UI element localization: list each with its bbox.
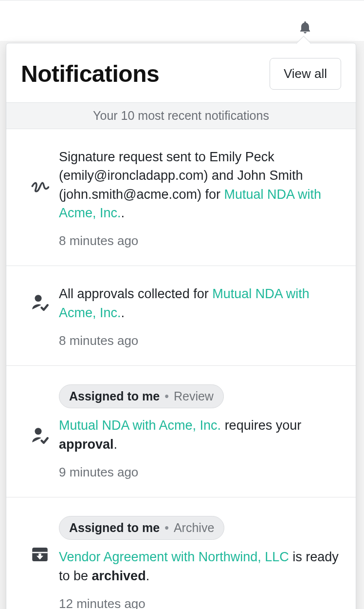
pill-stage: Review [174,388,214,405]
pill-assigned: Assigned to me [69,519,160,537]
notification-text-after: . [146,569,150,583]
notification-icon-col [21,285,59,313]
notifications-panel: Notifications View all Your 10 most rece… [6,43,356,609]
person-check-icon [30,292,50,313]
svg-rect-3 [32,552,48,553]
signature-icon [30,177,50,197]
notification-content: Signature request sent to Emily Peck (em… [59,148,341,250]
notification-text-after: . [121,206,125,220]
svg-point-1 [35,428,42,435]
notification-bold: archived [92,569,146,583]
notifications-bell-button[interactable] [296,18,314,37]
assignment-pill: Assigned to me • Archive [59,516,224,540]
panel-header: Notifications View all [6,43,356,102]
notification-text-mid: requires your [221,418,301,433]
top-bar [0,0,364,41]
notification-item[interactable]: Assigned to me • Archive Vendor Agreemen… [6,497,356,609]
notification-item[interactable]: Signature request sent to Emily Peck (em… [6,129,356,266]
panel-title: Notifications [21,60,159,87]
panel-subheader: Your 10 most recent notifications [6,102,356,129]
notification-text-after: . [114,437,118,452]
notification-timestamp: 12 minutes ago [59,595,341,609]
person-check-icon [30,425,50,446]
notification-timestamp: 8 minutes ago [59,332,341,350]
notification-bold: approval [59,437,114,452]
notification-timestamp: 9 minutes ago [59,463,341,481]
pill-stage: Archive [174,519,214,537]
notification-content: Assigned to me • Archive Vendor Agreemen… [59,516,341,609]
view-all-button[interactable]: View all [270,58,341,90]
pill-separator: • [164,519,169,537]
assignment-pill: Assigned to me • Review [59,384,224,409]
notification-icon-col [21,384,59,446]
notification-link[interactable]: Vendor Agreement with Northwind, LLC [59,550,289,564]
notification-timestamp: 8 minutes ago [59,232,341,250]
notification-content: All approvals collected for Mutual NDA w… [59,285,341,350]
svg-point-0 [35,295,42,302]
pill-separator: • [164,388,169,405]
archive-icon [30,544,50,565]
notification-content: Assigned to me • Review Mutual NDA with … [59,384,341,481]
bell-icon [298,20,312,35]
notification-link[interactable]: Mutual NDA with Acme, Inc. [59,418,221,433]
notification-text: All approvals collected for [59,286,212,301]
notification-text-after: . [121,305,125,320]
notification-icon-col [21,148,59,197]
notification-item[interactable]: Assigned to me • Review Mutual NDA with … [6,366,356,497]
notification-icon-col [21,516,59,565]
notification-item[interactable]: All approvals collected for Mutual NDA w… [6,266,356,366]
pill-assigned: Assigned to me [69,388,160,405]
